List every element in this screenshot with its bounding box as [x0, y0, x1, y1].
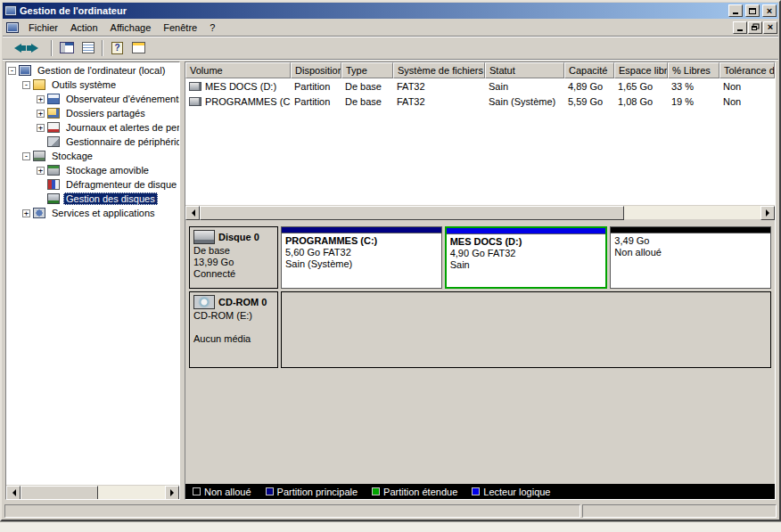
tree-item-disk-defragmenter[interactable]: Défragmenteur de disque: [6, 177, 179, 192]
mdi-document-icon[interactable]: [6, 22, 19, 33]
menu-bar: Fichier Action Affichage Fenêtre ? ×: [3, 19, 778, 37]
tree-item-label: Stockage amovible: [63, 164, 152, 176]
tree-item-label: Dossiers partagés: [63, 107, 148, 119]
menu-fenetre[interactable]: Fenêtre: [157, 20, 203, 35]
performance-logs-icon: [47, 122, 60, 133]
help-button[interactable]: ?: [107, 38, 127, 57]
restore-icon: [752, 26, 757, 30]
scrollbar-thumb[interactable]: [200, 206, 624, 220]
tree-item-storage[interactable]: - Stockage: [6, 149, 179, 163]
back-button[interactable]: [5, 38, 26, 57]
show-console-tree-button[interactable]: [56, 38, 77, 57]
minimize-icon: [733, 12, 738, 14]
scrollbar-track[interactable]: [624, 206, 760, 219]
partition-status: Sain: [450, 259, 603, 271]
background-app-strip: [0, 521, 781, 532]
volume-drive-icon: [189, 82, 201, 91]
tree-item-services-applications[interactable]: + Services et applications: [6, 206, 179, 220]
menu-fichier[interactable]: Fichier: [22, 20, 64, 35]
disk-defragmenter-icon: [47, 179, 60, 190]
tree-item-disk-management[interactable]: Gestion des disques: [6, 192, 179, 206]
status-panel-secondary: [582, 504, 777, 518]
disk-0-row: Disque 0 De base 13,99 Go Connecté PROGR…: [189, 226, 771, 289]
help-book-icon: ?: [111, 42, 123, 54]
list-horizontal-scrollbar[interactable]: [185, 205, 775, 219]
volume-row-programmes[interactable]: PROGRAMMES (C:) Partition De base FAT32 …: [185, 94, 775, 109]
menu-action[interactable]: Action: [64, 20, 104, 35]
unallocated-label: Non alloué: [614, 247, 767, 258]
tree-expander[interactable]: +: [37, 167, 45, 175]
cdrom-0-info-panel[interactable]: CD-ROM 0 CD-ROM (E:) Aucun média: [189, 291, 278, 368]
tree-expander[interactable]: +: [37, 124, 45, 132]
tree-horizontal-scrollbar[interactable]: [6, 485, 179, 499]
tree-expander[interactable]: -: [8, 67, 16, 75]
mdi-restore-button[interactable]: [748, 21, 762, 34]
maximize-icon: [749, 8, 756, 14]
title-bar[interactable]: Gestion de l'ordinateur ×: [3, 3, 778, 19]
tree-item-label: Stockage: [49, 150, 95, 162]
maximize-button[interactable]: [745, 4, 760, 17]
window-title: Gestion de l'ordinateur: [20, 5, 726, 16]
export-list-button[interactable]: [128, 38, 149, 57]
cdrom-media-area[interactable]: [281, 291, 771, 368]
scrollbar-thumb[interactable]: [21, 486, 98, 500]
right-arrow-icon: [766, 209, 773, 217]
menu-affichage[interactable]: Affichage: [104, 20, 158, 35]
toolbar-separator: [102, 40, 103, 56]
tree-item-event-viewer[interactable]: + Observateur d'événements: [6, 92, 179, 106]
column-header-status[interactable]: Statut: [485, 62, 564, 78]
properties-button[interactable]: [78, 38, 98, 57]
column-header-disposition[interactable]: Disposition: [291, 62, 341, 78]
scroll-right-button[interactable]: [165, 486, 179, 500]
tree-item-label-selected: Gestion des disques: [63, 192, 158, 205]
mdi-close-button[interactable]: ×: [763, 21, 777, 34]
tree-expander[interactable]: +: [37, 110, 45, 118]
column-header-free-space[interactable]: Espace libre: [614, 62, 668, 78]
unallocated-size: 3,49 Go: [614, 235, 767, 247]
tree-expander[interactable]: -: [22, 152, 30, 160]
partition-block-mes-docs[interactable]: MES DOCS (D:) 4,90 Go FAT32 Sain: [445, 226, 608, 289]
console-tree: - Gestion de l'ordinateur (local) - Outi…: [6, 62, 179, 485]
tree-expander[interactable]: +: [22, 209, 30, 217]
disk-name: Disque 0: [218, 232, 259, 243]
tree-item-system-tools[interactable]: - Outils système: [6, 78, 179, 92]
forward-button[interactable]: [27, 38, 47, 57]
disk-0-info-panel[interactable]: Disque 0 De base 13,99 Go Connecté: [189, 226, 278, 289]
cell-fault-tolerance: Non: [719, 80, 775, 93]
volume-row-mes-docs[interactable]: MES DOCS (D:) Partition De base FAT32 Sa…: [185, 78, 775, 94]
column-header-fault-tolerance[interactable]: Tolérance d...: [719, 62, 775, 78]
tree-item-shared-folders[interactable]: + Dossiers partagés: [6, 106, 179, 120]
scrollbar-track[interactable]: [98, 486, 165, 499]
column-header-volume[interactable]: Volume: [185, 62, 291, 78]
column-header-type[interactable]: Type: [341, 62, 393, 78]
disk-size: 13,99 Go: [193, 257, 274, 268]
mdi-minimize-button[interactable]: [733, 21, 747, 34]
tree-item-removable-storage[interactable]: + Stockage amovible: [6, 163, 179, 177]
tree-item-performance-logs[interactable]: + Journaux et alertes de perfo: [6, 120, 179, 135]
volume-name: PROGRAMMES (C:): [205, 96, 291, 107]
scroll-right-button[interactable]: [760, 206, 775, 220]
column-header-capacity[interactable]: Capacité: [564, 62, 614, 78]
scroll-left-button[interactable]: [185, 206, 200, 220]
details-pane: Volume Disposition Type Système de fichi…: [185, 61, 776, 500]
column-header-filesystem[interactable]: Système de fichiers: [393, 62, 485, 78]
cdrom-type: CD-ROM (E:): [193, 310, 274, 322]
legend-item-extended-partition: Partition étendue: [372, 487, 457, 497]
scroll-left-button[interactable]: [6, 486, 21, 500]
forward-arrow-icon: [31, 44, 43, 53]
tree-expander[interactable]: -: [22, 81, 30, 89]
close-button[interactable]: ×: [762, 4, 777, 17]
legend-item-logical-drive: Lecteur logique: [472, 487, 550, 497]
cell-free-space: 1,65 Go: [614, 80, 668, 93]
unallocated-block[interactable]: 3,49 Go Non alloué: [610, 226, 771, 289]
tree-expander[interactable]: +: [37, 95, 45, 103]
partition-block-programmes[interactable]: PROGRAMMES (C:) 5,60 Go FAT32 Sain (Syst…: [281, 226, 442, 289]
column-header-percent-free[interactable]: % Libres: [668, 62, 719, 78]
minimize-icon: [737, 29, 743, 31]
status-bar: [3, 503, 778, 519]
tree-item-device-manager[interactable]: Gestionnaire de périphérique: [6, 135, 179, 149]
minimize-button[interactable]: [728, 4, 743, 17]
event-viewer-icon: [47, 94, 60, 104]
tree-item-computer-management[interactable]: - Gestion de l'ordinateur (local): [6, 63, 179, 78]
menu-help[interactable]: ?: [203, 20, 221, 35]
